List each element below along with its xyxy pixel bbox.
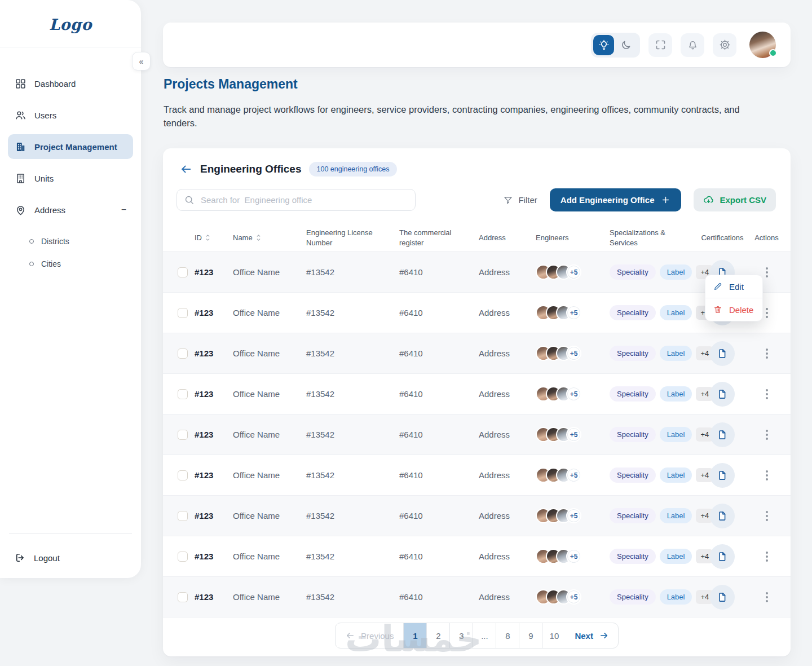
logo: Logo [0,0,141,33]
logout-label: Logout [34,553,60,563]
export-csv-button[interactable]: Export CSV [694,188,776,211]
sidebar-item-districts[interactable]: Districts [29,230,133,253]
office-id: #123 [195,430,233,439]
page-button[interactable]: 9 [519,623,542,648]
sidebar-item-project-management[interactable]: Project Management [8,134,133,159]
certification-document-button[interactable] [710,382,735,407]
engineers-more-badge[interactable]: +5 [566,589,581,605]
pagination-previous-button[interactable]: Previous [336,623,404,648]
table-row[interactable]: #123 Office Name #13542 #6410 Address +5… [163,252,791,293]
engineers-more-badge[interactable]: +5 [566,305,581,320]
commercial-register: #6410 [399,552,479,561]
page-button[interactable]: 10 [542,623,566,648]
page-button[interactable]: 2 [427,623,450,648]
dark-mode-button[interactable] [614,35,638,55]
row-actions-menu-button[interactable] [761,589,773,606]
table-row[interactable]: #123 Office Name #13542 #6410 Address +5… [163,374,791,414]
page-button[interactable]: ... [473,623,496,648]
row-actions-menu-button[interactable] [761,467,773,484]
specializations-cell: Speciality Label +4 [610,427,702,442]
sort-icon[interactable] [205,234,211,241]
table-row[interactable]: #123 Office Name #13542 #6410 Address +5… [163,496,791,536]
theme-toggle [591,33,640,58]
logout-button[interactable]: Logout [9,546,132,569]
sidebar-collapse-button[interactable]: « [132,52,151,70]
gear-icon [719,39,731,51]
row-checkbox[interactable] [178,308,188,318]
row-checkbox[interactable] [178,349,188,359]
table-row[interactable]: #123 Office Name #13542 #6410 Address +5… [163,293,791,333]
sidebar-item-users[interactable]: Users [8,103,133,127]
pagination-next-button[interactable]: Next [566,623,618,648]
engineers-cell: +5 [536,508,610,523]
page-button[interactable]: 1 [404,623,427,648]
engineers-more-badge[interactable]: +5 [566,264,581,280]
search-input[interactable] [176,189,416,211]
filter-button[interactable]: Filter [503,195,537,205]
table-row[interactable]: #123 Office Name #13542 #6410 Address +5… [163,414,791,455]
certification-document-button[interactable] [710,544,735,569]
add-engineering-office-button[interactable]: Add Engineering Office [550,188,682,211]
back-arrow-button[interactable] [180,163,192,175]
sidebar-item-dashboard[interactable]: Dashboard [8,71,133,96]
table-row[interactable]: #123 Office Name #13542 #6410 Address +5… [163,455,791,496]
row-checkbox[interactable] [178,511,188,521]
light-mode-button[interactable] [593,35,614,55]
column-header-id[interactable]: ID [195,233,233,243]
column-header-certifications: Certifications [702,233,743,243]
certification-document-button[interactable] [710,585,735,610]
engineers-more-badge[interactable]: +5 [566,427,581,442]
office-name: Office Name [233,349,306,358]
profile-menu-button[interactable] [749,32,776,58]
row-actions-menu-button[interactable] [761,548,773,565]
collapse-minus-icon[interactable]: − [121,205,126,215]
row-checkbox[interactable] [178,592,188,602]
delete-menu-item[interactable]: Delete [705,298,762,321]
notifications-button[interactable] [681,33,704,57]
file-icon [717,470,728,481]
certification-document-button[interactable] [710,422,735,447]
arrow-right-icon [599,630,609,641]
office-address: Address [479,349,536,358]
row-checkbox[interactable] [178,267,188,277]
page-button[interactable]: 3 [450,623,473,648]
row-actions-menu-button[interactable] [761,345,773,362]
settings-button[interactable] [713,33,736,57]
row-checkbox[interactable] [178,389,188,399]
fullscreen-button[interactable] [648,33,672,57]
row-checkbox[interactable] [178,552,188,562]
engineers-more-badge[interactable]: +5 [566,346,581,361]
label-tag: Label [660,467,692,483]
row-actions-menu-button[interactable] [761,386,773,403]
engineers-more-badge[interactable]: +5 [566,386,581,402]
row-actions-menu-button[interactable] [761,426,773,443]
certification-document-button[interactable] [710,463,735,488]
sidebar-item-address[interactable]: Address − [8,197,133,222]
certification-document-button[interactable] [710,504,735,528]
sidebar-item-label: Users [34,111,56,120]
certification-document-button[interactable] [710,341,735,366]
row-checkbox[interactable] [178,430,188,440]
license-number: #13542 [306,349,399,358]
row-actions-menu-button[interactable] [761,508,773,524]
column-header-name[interactable]: Name [233,233,306,243]
license-number: #13542 [306,470,399,480]
row-checkbox[interactable] [178,470,188,480]
office-name: Office Name [233,552,306,561]
sort-icon[interactable] [255,234,262,241]
license-number: #13542 [306,308,399,317]
plus-icon [661,195,670,205]
units-building-icon [15,173,27,184]
table-row[interactable]: #123 Office Name #13542 #6410 Address +5… [163,577,791,618]
engineers-more-badge[interactable]: +5 [566,549,581,564]
engineers-more-badge[interactable]: +5 [566,508,581,523]
edit-menu-item[interactable]: Edit [705,275,762,298]
logout-icon [15,552,26,563]
sidebar-item-cities[interactable]: Cities [29,253,133,275]
engineers-more-badge[interactable]: +5 [566,467,581,483]
page-button[interactable]: 8 [496,623,519,648]
table-row[interactable]: #123 Office Name #13542 #6410 Address +5… [163,333,791,374]
commercial-register: #6410 [399,470,479,480]
sidebar-item-units[interactable]: Units [8,166,133,191]
table-row[interactable]: #123 Office Name #13542 #6410 Address +5… [163,536,791,577]
